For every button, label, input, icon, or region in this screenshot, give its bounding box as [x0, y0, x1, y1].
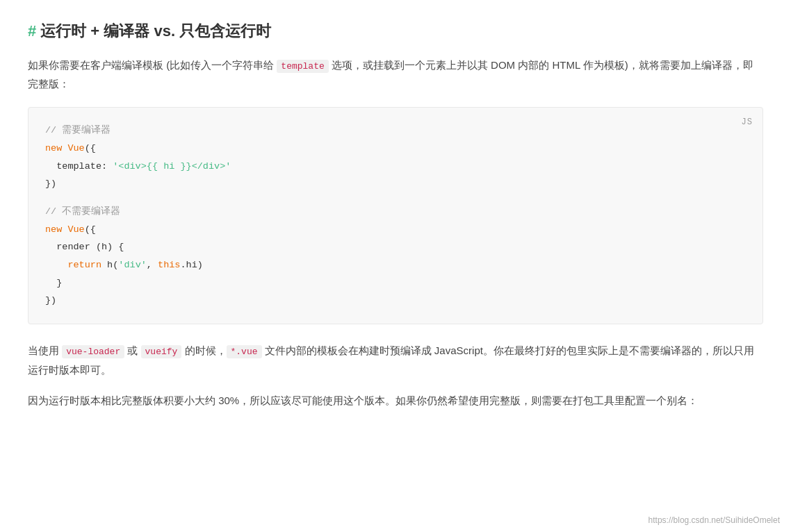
paragraph-1: 当使用 vue-loader 或 vueify 的时候，*.vue 文件内部的模… [28, 341, 763, 380]
code-line-brace-close: } [45, 274, 746, 292]
para2-text: 因为运行时版本相比完整版体积要小大约 30%，所以应该尽可能使用这个版本。如果你… [28, 394, 698, 406]
vue-loader-code: vue-loader [62, 345, 124, 358]
paragraph-2: 因为运行时版本相比完整版体积要小大约 30%，所以应该尽可能使用这个版本。如果你… [28, 391, 763, 410]
code-line-new-vue-2: new Vue({ [45, 221, 746, 239]
para1-part1: 当使用 [28, 344, 62, 356]
code-comment-1: // 需要编译器 [45, 122, 746, 140]
code-line-close-2: }) [45, 292, 746, 310]
intro-part1: 如果你需要在客户端编译模板 (比如传入一个字符串给 [28, 59, 277, 71]
code-line-render: render (h) { [45, 238, 746, 256]
code-line-new-vue-1: new Vue({ [45, 140, 746, 158]
template-inline-code: template [277, 60, 328, 73]
code-lang-badge: JS [742, 115, 753, 131]
site-watermark: https://blog.csdn.net/SuihideOmelet [649, 515, 780, 525]
title-hash: # [28, 22, 36, 40]
code-line-close-1: }) [45, 175, 746, 193]
title-text: 运行时 + 编译器 vs. 只包含运行时 [40, 21, 271, 42]
para1-part2: 或 [124, 344, 140, 356]
page-title: # 运行时 + 编译器 vs. 只包含运行时 [28, 21, 763, 42]
para1-part3: 的时候， [181, 344, 226, 356]
code-block: JS // 需要编译器 new Vue({ template: '<div>{{… [28, 107, 763, 324]
code-comment-2: // 不需要编译器 [45, 203, 746, 221]
vueify-code: vueify [141, 345, 182, 358]
code-line-return: return h('div', this.hi) [45, 256, 746, 274]
code-line-template: template: '<div>{{ hi }}</div>' [45, 158, 746, 176]
intro-paragraph: 如果你需要在客户端编译模板 (比如传入一个字符串给 template 选项，或挂… [28, 56, 763, 93]
vue-ext-code: *.vue [227, 345, 262, 358]
